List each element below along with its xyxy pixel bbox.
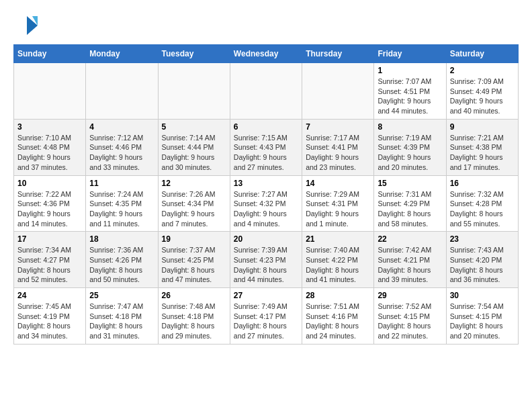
day-info: Sunrise: 7:39 AMSunset: 4:23 PMDaylight:… <box>234 245 298 285</box>
day-number: 23 <box>450 234 515 244</box>
day-number: 17 <box>17 234 82 244</box>
weekday-header: Sunday <box>14 45 86 63</box>
day-info: Sunrise: 7:19 AMSunset: 4:39 PMDaylight:… <box>378 133 442 173</box>
calendar-cell: 24Sunrise: 7:45 AMSunset: 4:19 PMDayligh… <box>14 288 86 345</box>
calendar-cell <box>230 63 302 120</box>
day-info: Sunrise: 7:34 AMSunset: 4:27 PMDaylight:… <box>17 245 82 285</box>
calendar-cell <box>302 63 374 120</box>
day-number: 21 <box>306 234 370 244</box>
calendar-cell: 6Sunrise: 7:15 AMSunset: 4:43 PMDaylight… <box>230 119 302 175</box>
day-info: Sunrise: 7:09 AMSunset: 4:49 PMDaylight:… <box>450 77 515 116</box>
day-number: 19 <box>162 234 226 244</box>
day-info: Sunrise: 7:31 AMSunset: 4:29 PMDaylight:… <box>378 189 442 229</box>
day-info: Sunrise: 7:22 AMSunset: 4:36 PMDaylight:… <box>17 189 82 229</box>
calendar-cell: 17Sunrise: 7:34 AMSunset: 4:27 PMDayligh… <box>14 232 86 288</box>
day-info: Sunrise: 7:21 AMSunset: 4:38 PMDaylight:… <box>450 133 515 173</box>
calendar-cell <box>86 63 158 120</box>
day-number: 4 <box>89 122 154 132</box>
day-number: 1 <box>378 66 442 75</box>
logo <box>13 13 40 38</box>
calendar-cell <box>14 63 86 120</box>
day-info: Sunrise: 7:54 AMSunset: 4:15 PMDaylight:… <box>450 302 515 341</box>
day-info: Sunrise: 7:32 AMSunset: 4:28 PMDaylight:… <box>450 189 515 229</box>
logo-icon <box>13 13 38 38</box>
calendar-cell: 1Sunrise: 7:07 AMSunset: 4:51 PMDaylight… <box>374 63 446 120</box>
day-number: 11 <box>89 179 154 188</box>
day-info: Sunrise: 7:45 AMSunset: 4:19 PMDaylight:… <box>17 302 82 341</box>
weekday-header: Saturday <box>446 45 518 63</box>
calendar-cell: 20Sunrise: 7:39 AMSunset: 4:23 PMDayligh… <box>230 232 302 288</box>
calendar-cell <box>158 63 230 120</box>
day-info: Sunrise: 7:37 AMSunset: 4:25 PMDaylight:… <box>162 245 226 285</box>
calendar-cell: 4Sunrise: 7:12 AMSunset: 4:46 PMDaylight… <box>86 119 158 175</box>
calendar-cell: 3Sunrise: 7:10 AMSunset: 4:48 PMDaylight… <box>14 119 86 175</box>
day-number: 22 <box>378 234 442 244</box>
calendar-cell: 12Sunrise: 7:26 AMSunset: 4:34 PMDayligh… <box>158 175 230 232</box>
calendar-cell: 5Sunrise: 7:14 AMSunset: 4:44 PMDaylight… <box>158 119 230 175</box>
day-number: 16 <box>450 179 515 188</box>
day-number: 9 <box>450 122 515 132</box>
weekday-header: Monday <box>86 45 158 63</box>
day-number: 10 <box>17 179 82 188</box>
day-number: 8 <box>378 122 442 132</box>
day-number: 28 <box>306 291 370 300</box>
day-info: Sunrise: 7:42 AMSunset: 4:21 PMDaylight:… <box>378 245 442 285</box>
day-info: Sunrise: 7:15 AMSunset: 4:43 PMDaylight:… <box>234 133 298 173</box>
day-info: Sunrise: 7:07 AMSunset: 4:51 PMDaylight:… <box>378 77 442 116</box>
calendar-cell: 26Sunrise: 7:48 AMSunset: 4:18 PMDayligh… <box>158 288 230 345</box>
calendar: SundayMondayTuesdayWednesdayThursdayFrid… <box>13 44 519 345</box>
calendar-cell: 8Sunrise: 7:19 AMSunset: 4:39 PMDaylight… <box>374 119 446 175</box>
day-number: 18 <box>89 234 154 244</box>
header <box>13 13 519 38</box>
calendar-cell: 11Sunrise: 7:24 AMSunset: 4:35 PMDayligh… <box>86 175 158 232</box>
day-number: 27 <box>234 291 298 300</box>
calendar-cell: 16Sunrise: 7:32 AMSunset: 4:28 PMDayligh… <box>446 175 518 232</box>
day-number: 5 <box>162 122 226 132</box>
day-info: Sunrise: 7:40 AMSunset: 4:22 PMDaylight:… <box>306 245 370 285</box>
calendar-cell: 2Sunrise: 7:09 AMSunset: 4:49 PMDaylight… <box>446 63 518 120</box>
day-number: 6 <box>234 122 298 132</box>
calendar-cell: 28Sunrise: 7:51 AMSunset: 4:16 PMDayligh… <box>302 288 374 345</box>
calendar-cell: 23Sunrise: 7:43 AMSunset: 4:20 PMDayligh… <box>446 232 518 288</box>
weekday-header: Thursday <box>302 45 374 63</box>
day-info: Sunrise: 7:26 AMSunset: 4:34 PMDaylight:… <box>162 189 226 229</box>
day-info: Sunrise: 7:51 AMSunset: 4:16 PMDaylight:… <box>306 302 370 341</box>
calendar-cell: 30Sunrise: 7:54 AMSunset: 4:15 PMDayligh… <box>446 288 518 345</box>
day-number: 25 <box>89 291 154 300</box>
day-info: Sunrise: 7:12 AMSunset: 4:46 PMDaylight:… <box>89 133 154 173</box>
day-number: 24 <box>17 291 82 300</box>
day-number: 15 <box>378 179 442 188</box>
day-number: 29 <box>378 291 442 300</box>
day-info: Sunrise: 7:14 AMSunset: 4:44 PMDaylight:… <box>162 133 226 173</box>
day-number: 12 <box>162 179 226 188</box>
day-info: Sunrise: 7:29 AMSunset: 4:31 PMDaylight:… <box>306 189 370 229</box>
weekday-header: Friday <box>374 45 446 63</box>
day-info: Sunrise: 7:52 AMSunset: 4:15 PMDaylight:… <box>378 302 442 341</box>
calendar-cell: 7Sunrise: 7:17 AMSunset: 4:41 PMDaylight… <box>302 119 374 175</box>
day-number: 26 <box>162 291 226 300</box>
day-info: Sunrise: 7:43 AMSunset: 4:20 PMDaylight:… <box>450 245 515 285</box>
day-number: 20 <box>234 234 298 244</box>
calendar-cell: 25Sunrise: 7:47 AMSunset: 4:18 PMDayligh… <box>86 288 158 345</box>
calendar-cell: 27Sunrise: 7:49 AMSunset: 4:17 PMDayligh… <box>230 288 302 345</box>
day-info: Sunrise: 7:48 AMSunset: 4:18 PMDaylight:… <box>162 302 226 341</box>
day-number: 14 <box>306 179 370 188</box>
day-info: Sunrise: 7:49 AMSunset: 4:17 PMDaylight:… <box>234 302 298 341</box>
day-info: Sunrise: 7:47 AMSunset: 4:18 PMDaylight:… <box>89 302 154 341</box>
calendar-cell: 10Sunrise: 7:22 AMSunset: 4:36 PMDayligh… <box>14 175 86 232</box>
calendar-cell: 21Sunrise: 7:40 AMSunset: 4:22 PMDayligh… <box>302 232 374 288</box>
day-number: 3 <box>17 122 82 132</box>
calendar-cell: 29Sunrise: 7:52 AMSunset: 4:15 PMDayligh… <box>374 288 446 345</box>
day-info: Sunrise: 7:10 AMSunset: 4:48 PMDaylight:… <box>17 133 82 173</box>
day-info: Sunrise: 7:24 AMSunset: 4:35 PMDaylight:… <box>89 189 154 229</box>
weekday-header: Tuesday <box>158 45 230 63</box>
day-info: Sunrise: 7:27 AMSunset: 4:32 PMDaylight:… <box>234 189 298 229</box>
day-number: 30 <box>450 291 515 300</box>
calendar-cell: 18Sunrise: 7:36 AMSunset: 4:26 PMDayligh… <box>86 232 158 288</box>
calendar-cell: 15Sunrise: 7:31 AMSunset: 4:29 PMDayligh… <box>374 175 446 232</box>
calendar-cell: 19Sunrise: 7:37 AMSunset: 4:25 PMDayligh… <box>158 232 230 288</box>
day-info: Sunrise: 7:17 AMSunset: 4:41 PMDaylight:… <box>306 133 370 173</box>
day-info: Sunrise: 7:36 AMSunset: 4:26 PMDaylight:… <box>89 245 154 285</box>
day-number: 13 <box>234 179 298 188</box>
day-number: 2 <box>450 66 515 75</box>
